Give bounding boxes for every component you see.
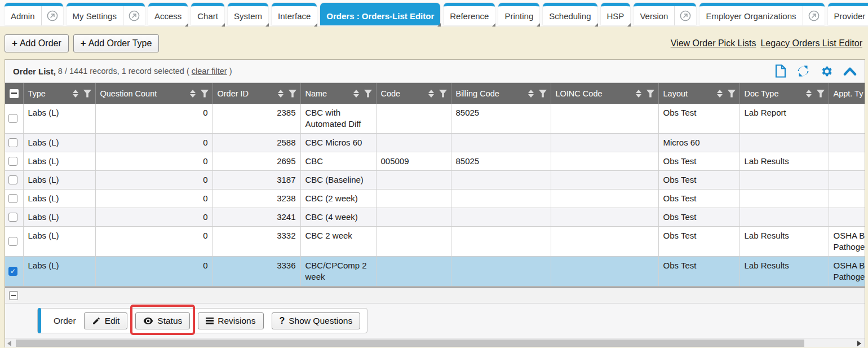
revisions-button[interactable]: Revisions [198,312,263,329]
top-tab-bar: Admin My Settings Access Chart System In… [0,0,868,27]
table-row[interactable]: Labs (L)0 3332CBC 2 week Obs Test Lab Re… [5,227,865,257]
table-row[interactable]: Labs (L)0 3238CBC (2 week) Obs Test [5,190,865,208]
column-header-type[interactable]: Type [23,83,95,104]
filter-icon[interactable] [817,90,825,98]
view-order-pick-lists-link[interactable]: View Order Pick Lists [671,38,756,49]
record-summary-end: ) [229,67,232,76]
tab-interface[interactable]: Interface [272,3,317,25]
column-label: Order ID [218,89,249,98]
column-label: LOINC Code [556,89,603,98]
order-table-viewport: Type Question Count Order ID Name Code B… [5,83,865,287]
sort-icon[interactable] [636,90,641,98]
table-row[interactable]: Labs (L)0 3241CBC (4 week) Obs Test [5,208,865,227]
tab-access[interactable]: Access [148,3,188,25]
new-document-icon[interactable] [775,64,786,78]
tab-my-settings[interactable]: My Settings [67,3,145,25]
filter-icon[interactable] [646,90,655,98]
detail-toolbar-strip: Order Edit Status Revisions ? Show Quest… [5,303,865,338]
filter-icon[interactable] [201,90,209,98]
legacy-orders-list-editor-link[interactable]: Legacy Orders List Editor [760,38,862,49]
tab-employer-organizations[interactable]: Employer Organizations [699,3,824,25]
plus-icon: + [12,38,17,49]
tab-label: HSP [601,6,631,25]
tab-reference[interactable]: Reference [444,3,495,25]
column-header-appt-type[interactable]: Appt. Ty [829,83,865,104]
sort-icon[interactable] [190,90,196,98]
sort-icon[interactable] [528,90,534,98]
external-link-icon[interactable] [41,6,63,25]
row-checkbox[interactable] [8,175,17,184]
tab-admin[interactable]: Admin [5,3,63,25]
tab-chart[interactable]: Chart [191,3,224,25]
external-link-icon[interactable] [674,6,696,25]
filter-icon[interactable] [289,90,297,98]
show-questions-button[interactable]: ? Show Questions [272,312,361,329]
add-order-type-button[interactable]: + Add Order Type [73,34,160,52]
tab-label: Reference [444,6,495,25]
external-link-icon[interactable] [123,6,145,25]
revisions-label: Revisions [218,316,255,326]
row-checkbox[interactable] [8,157,17,166]
select-all-header[interactable] [5,83,23,104]
table-row[interactable]: Labs (L)0 3187CBC (Baseline) Obs Test [5,171,865,190]
sort-icon[interactable] [717,90,723,98]
sort-icon[interactable] [353,90,359,98]
column-header-code[interactable]: Code [376,83,451,104]
panel-title: Order List, [13,67,56,76]
gear-icon[interactable] [820,65,833,78]
sort-icon[interactable] [428,90,434,98]
scrollbar-thumb[interactable] [16,340,804,347]
add-order-button[interactable]: + Add Order [5,34,69,52]
edit-button[interactable]: Edit [84,312,128,329]
filter-icon[interactable] [439,90,448,98]
eye-icon [143,317,153,325]
row-checkbox[interactable] [8,194,17,203]
tab-scheduling[interactable]: Scheduling [543,3,597,25]
row-checkbox[interactable] [8,138,17,147]
filter-icon[interactable] [539,90,547,98]
column-header-order-id[interactable]: Order ID [212,83,300,104]
scroll-left-arrow-icon[interactable] [7,341,11,346]
column-header-name[interactable]: Name [300,83,376,104]
row-checkbox[interactable] [8,237,17,246]
filter-icon[interactable] [83,90,92,98]
column-header-billing-code[interactable]: Billing Code [451,83,551,104]
tab-hsp[interactable]: HSP [601,3,631,25]
tab-provider-management[interactable]: Provider Management [828,3,868,25]
filter-icon[interactable] [364,90,373,98]
status-label: Status [157,316,182,326]
filter-icon[interactable] [728,90,736,98]
status-button[interactable]: Status [135,312,190,329]
column-header-doc-type[interactable]: Doc Type [739,83,829,104]
column-header-question-count[interactable]: Question Count [95,83,212,104]
sort-icon[interactable] [278,90,284,98]
tab-system[interactable]: System [228,3,268,25]
column-label: Question Count [100,89,157,98]
tab-printing[interactable]: Printing [498,3,539,25]
table-row[interactable]: Labs (L)0 2695CBC 00500985025 Obs Test L… [5,152,865,171]
table-row-selected[interactable]: ✓ Labs (L)0 3336CBC/CPComp 2 week Obs Te… [5,257,865,287]
tab-version[interactable]: Version [634,3,696,25]
record-summary: 8 / 1441 records, 1 record selected ( [58,67,189,76]
table-row[interactable]: Labs (L)0 2385CBC with Automated Diff 85… [5,104,865,134]
tab-label: System [228,6,268,25]
scroll-right-arrow-icon[interactable] [857,341,861,346]
horizontal-scrollbar[interactable] [5,338,865,347]
column-header-layout[interactable]: Layout [658,83,739,104]
select-all-checkbox[interactable] [10,89,19,98]
clear-filter-link[interactable]: clear filter [192,67,227,76]
column-header-loinc-code[interactable]: LOINC Code [551,83,658,104]
table-row[interactable]: Labs (L)0 2588CBC Micros 60 Micros 60 [5,134,865,152]
collapse-panel-chevron-icon[interactable] [843,67,857,76]
row-checkbox[interactable] [8,114,17,123]
collapse-detail-icon[interactable] [9,291,18,300]
row-checkbox-checked[interactable]: ✓ [8,267,17,276]
row-checkbox[interactable] [8,213,17,222]
sort-icon[interactable] [73,90,78,98]
edit-label: Edit [105,316,120,326]
tab-orders-list-editor[interactable]: Orders : Orders-List Editor [320,3,440,25]
external-link-icon[interactable] [803,6,825,25]
sort-icon[interactable] [806,90,812,98]
column-label: Code [381,89,401,98]
refresh-icon[interactable] [796,64,810,78]
